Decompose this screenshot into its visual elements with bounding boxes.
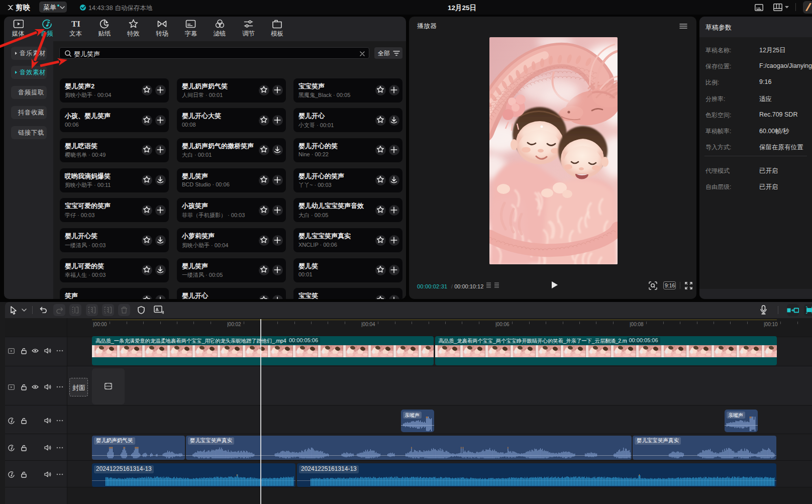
svg-text:TI: TI	[71, 19, 80, 29]
